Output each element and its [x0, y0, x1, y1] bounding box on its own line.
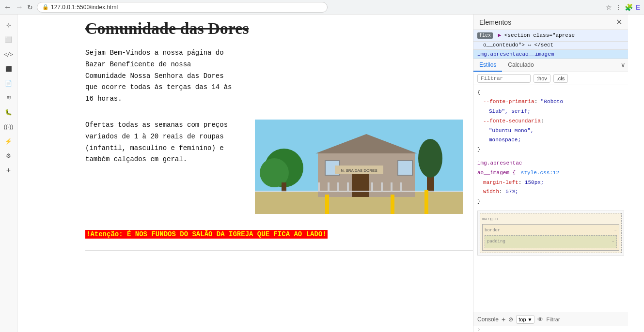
dom-line2-text: o__conteudo"> ↔ </sect — [483, 42, 553, 48]
browser-actions: ☆ ⋮ 🧩 E — [606, 3, 640, 11]
css-close-brace-img: } — [477, 198, 481, 204]
devtools-close-btn[interactable]: ✕ — [616, 17, 622, 27]
attention-text: !Atenção: É NOS FUNDOS DO SALÃO DA IGREJ… — [85, 230, 328, 239]
cursor-tool-btn[interactable]: ⊹ — [2, 18, 16, 32]
add-console-btn[interactable]: + — [502, 316, 505, 323]
devtools-console-bar: Console + ⊘ top ▼ 👁 — [473, 313, 628, 326]
css-prop-fonte-primaria: --fonte-primaria: "Roboto — [483, 99, 563, 105]
svg-rect-20 — [381, 182, 383, 192]
padding-dash: – — [612, 238, 614, 245]
margin-label: margin — [482, 215, 498, 223]
filter-input[interactable] — [477, 74, 531, 83]
chevron-down-icon[interactable]: ∨ — [621, 61, 625, 69]
url-text: 127.0.0.1:5500/index.html — [51, 4, 118, 11]
css-close-brace-root: } — [477, 147, 481, 152]
wifi-tool-btn[interactable]: ((·)) — [2, 120, 16, 134]
section-tag: ▶ — [498, 32, 502, 38]
chevron-right-icon: › — [477, 327, 481, 332]
svg-rect-18 — [347, 182, 349, 192]
bug-tool-btn[interactable]: 🐛 — [2, 106, 16, 119]
css-prop-fonte-secundaria: --fonte-secundaria: — [483, 118, 544, 124]
svg-text:N. SRA DAS DORES: N. SRA DAS DORES — [341, 168, 377, 173]
padding-label: padding — [487, 238, 505, 245]
tab-computed[interactable]: Calculado — [502, 59, 539, 72]
console-filter-input[interactable] — [546, 317, 570, 322]
devtools-header: Elementos ✕ — [473, 15, 628, 30]
top-dropdown[interactable]: top ▼ — [516, 315, 534, 324]
performance-tool-btn[interactable]: ⚡ — [2, 135, 16, 148]
nav-reload-btn[interactable]: ↻ — [27, 3, 33, 11]
svg-rect-24 — [391, 195, 394, 214]
devtools-panel: Elementos ✕ flex ▶ <section class="apres… — [473, 15, 628, 332]
page-title: Comunidade das Dores — [85, 19, 473, 38]
devtools-dom-line2: o__conteudo"> ↔ </sect — [473, 42, 628, 50]
box-model-container: margin – border – padding – — [477, 211, 624, 256]
selected-element-text: img.apresentacao__imagem — [477, 51, 554, 57]
top-label: top — [518, 317, 526, 322]
star-icon[interactable]: ☆ — [606, 3, 612, 11]
svg-rect-7 — [352, 173, 369, 197]
svg-rect-9 — [398, 161, 412, 175]
svg-rect-15 — [318, 182, 320, 192]
css-link-style[interactable]: style.css:12 — [521, 170, 559, 176]
svg-rect-25 — [424, 190, 428, 214]
nav-back-btn[interactable]: ← — [4, 3, 12, 12]
svg-rect-21 — [391, 182, 393, 192]
svg-point-13 — [418, 139, 442, 178]
page-content-area: Comunidade das Dores Sejam Bem-Vindos a … — [17, 15, 473, 332]
css-selector-img: img.apresentacao__imagem { — [477, 160, 522, 176]
devtools-filter-row: :hov .cls — [473, 72, 628, 85]
settings-tool-btn[interactable]: ⚙ — [2, 149, 16, 163]
border-label: border — [485, 226, 500, 234]
devtools-left-bar: ⊹ ⬜ </> ⬛ 📄 ≋ 🐛 ((·)) ⚡ ⚙ + — [0, 15, 17, 332]
dom-line1: <section class="aprese — [504, 32, 575, 38]
border-dash: – — [614, 226, 617, 234]
offers-text: Ofertas todas as semanas com preços vari… — [85, 120, 236, 166]
church-svg: N. SRA DAS DORES — [255, 120, 463, 214]
elements-tool-btn[interactable]: </> — [2, 47, 16, 61]
console-clear-icon[interactable]: ⊘ — [508, 316, 513, 323]
console-label[interactable]: Console — [477, 316, 499, 323]
css-open-brace: { — [477, 90, 481, 95]
address-bar[interactable]: 🔒 127.0.0.1:5500/index.html — [37, 2, 328, 13]
add-tool-btn[interactable]: + — [2, 164, 16, 177]
flex-badge: flex — [477, 32, 493, 39]
attention-block: !Atenção: É NOS FUNDOS DO SALÃO DA IGREJ… — [85, 228, 463, 241]
cls-btn[interactable]: .cls — [553, 74, 568, 83]
sources-tool-btn[interactable]: 📄 — [2, 76, 16, 90]
dropdown-chevron-icon: ▼ — [528, 317, 533, 322]
svg-rect-22 — [400, 182, 402, 192]
box-margin: margin – border – padding – — [480, 213, 622, 253]
devtools-title: Elementos — [479, 18, 511, 26]
devtools-elements-bar: flex ▶ <section class="aprese — [473, 30, 628, 42]
svg-rect-16 — [328, 182, 330, 192]
church-image: N. SRA DAS DORES — [255, 120, 463, 214]
eye-icon[interactable]: 👁 — [537, 316, 543, 323]
tab-styles[interactable]: Estilos — [473, 59, 502, 72]
box-padding: padding – — [485, 235, 617, 248]
network-tool-btn[interactable]: ≋ — [2, 91, 16, 105]
nav-forward-btn[interactable]: → — [16, 3, 23, 12]
css-block-root: { --fonte-primaria: "Roboto Slab", serif… — [477, 88, 624, 155]
secure-icon: 🔒 — [42, 4, 49, 10]
margin-dash: – — [617, 215, 619, 223]
profile-icon[interactable]: E — [636, 3, 640, 11]
svg-rect-19 — [371, 182, 373, 192]
selected-element-row[interactable]: img.apresentacao__imagem — [473, 50, 628, 59]
mobile-tool-btn[interactable]: ⬜ — [2, 33, 16, 46]
settings-icon[interactable]: ⋮ — [615, 3, 622, 11]
devtools-styles-panel: { --fonte-primaria: "Roboto Slab", serif… — [473, 85, 628, 313]
console-tool-btn[interactable]: ⬛ — [2, 62, 16, 75]
welcome-text: Sejam Bem-Vindos a nossa página do Bazar… — [85, 47, 236, 105]
extension-icon[interactable]: 🧩 — [625, 3, 633, 11]
console-chevron-row: › — [473, 326, 628, 332]
page-scroll-area[interactable]: Comunidade das Dores Sejam Bem-Vindos a … — [17, 15, 473, 332]
devtools-tabs: Estilos Calculado ∨ — [473, 59, 628, 72]
svg-rect-17 — [337, 182, 339, 192]
svg-rect-23 — [325, 195, 329, 214]
hov-btn[interactable]: :hov — [534, 74, 550, 83]
box-border: border – padding – — [482, 224, 619, 250]
css-block-img: img.apresentacao__imagem { style.css:12 … — [477, 159, 624, 207]
